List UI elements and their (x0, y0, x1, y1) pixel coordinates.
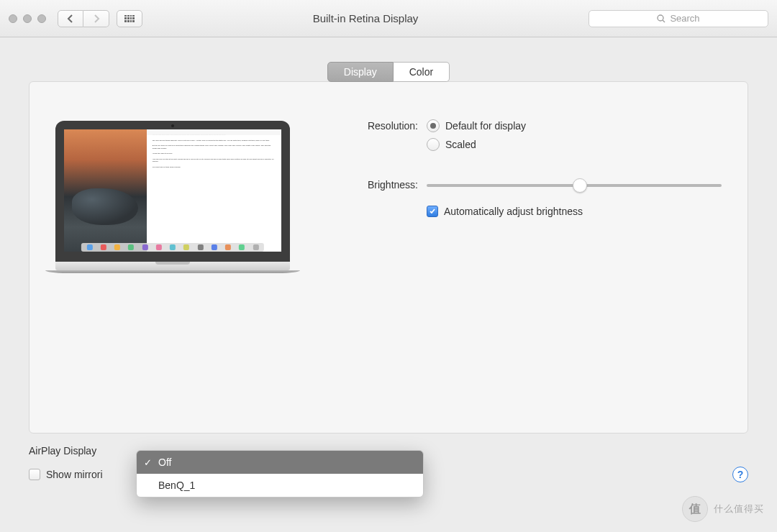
display-preview: Here's to the crazy ones. The misfits. T… (55, 118, 300, 433)
settings-controls: Resolution: Default for display Scaled B… (326, 118, 722, 433)
svg-point-0 (658, 15, 663, 21)
airplay-display-label: AirPlay Display (29, 445, 96, 457)
search-field[interactable]: Search (589, 10, 768, 27)
airplay-option-benq[interactable]: BenQ_1 (137, 474, 423, 497)
toolbar: Built-in Retina Display Search (0, 0, 777, 37)
radio-off-icon (427, 138, 440, 151)
brightness-label: Brightness: (326, 178, 427, 217)
auto-brightness-label: Automatically adjust brightness (444, 206, 583, 217)
window-controls (9, 14, 46, 23)
close-button[interactable] (9, 14, 17, 23)
auto-brightness-option[interactable]: Automatically adjust brightness (427, 206, 722, 217)
airplay-option-off[interactable]: Off (137, 451, 423, 474)
minimize-button[interactable] (23, 14, 32, 23)
show-all-button[interactable] (117, 10, 142, 27)
checkbox-on-icon (427, 206, 438, 217)
mirroring-checkbox[interactable] (29, 469, 40, 480)
svg-line-1 (663, 20, 665, 22)
window-title: Built-in Retina Display (150, 12, 581, 24)
brightness-slider[interactable] (427, 178, 722, 193)
main-area: Display Color Here's to the crazy ones. … (0, 37, 777, 434)
forward-button[interactable] (83, 10, 109, 27)
resolution-default-label: Default for display (445, 120, 526, 132)
resolution-default-option[interactable]: Default for display (427, 119, 722, 132)
resolution-label: Resolution: (326, 119, 427, 157)
resolution-scaled-option[interactable]: Scaled (427, 138, 722, 151)
back-button[interactable] (58, 10, 83, 27)
tab-bar: Display Color (29, 62, 748, 82)
watermark-badge: 值 (682, 496, 708, 522)
search-placeholder: Search (670, 13, 699, 24)
tab-display[interactable]: Display (327, 62, 394, 82)
help-button[interactable]: ? (732, 467, 748, 482)
zoom-button[interactable] (37, 14, 46, 23)
slider-thumb[interactable] (573, 178, 587, 193)
radio-on-icon (427, 119, 440, 132)
laptop-graphic: Here's to the crazy ones. The misfits. T… (55, 121, 290, 273)
watermark-text: 什么值得买 (714, 503, 764, 515)
mirroring-label: Show mirrori (46, 469, 103, 480)
nav-segment (58, 10, 109, 27)
airplay-dropdown: Off BenQ_1 (136, 450, 424, 497)
search-icon (657, 14, 665, 23)
resolution-scaled-label: Scaled (445, 139, 476, 150)
watermark: 值 什么值得买 (682, 496, 764, 522)
grid-icon (124, 15, 135, 22)
tab-color[interactable]: Color (394, 62, 450, 82)
settings-panel: Here's to the crazy ones. The misfits. T… (29, 81, 748, 434)
